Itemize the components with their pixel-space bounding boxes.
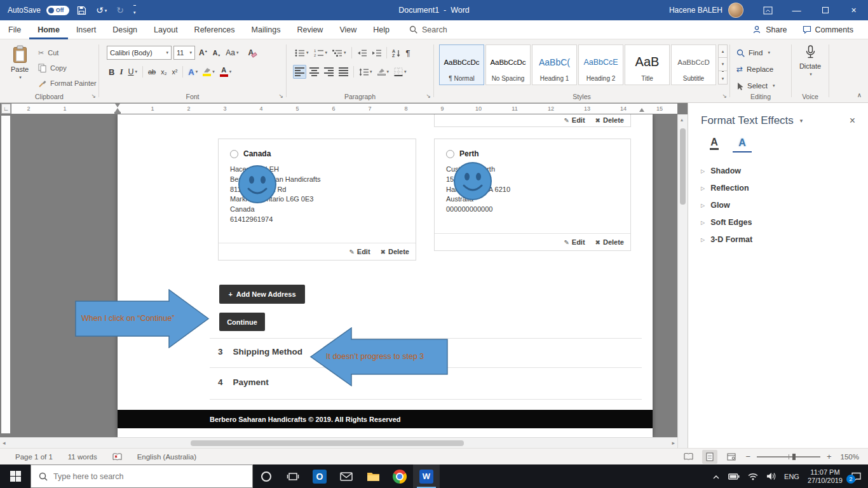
styles-scroll-down-button[interactable]: ▾	[718, 58, 728, 71]
vertical-ruler[interactable]	[1, 116, 10, 433]
paragraph-dialog-launcher[interactable]: ↘	[426, 93, 431, 99]
speaker-icon[interactable]	[766, 472, 776, 480]
tab-mailings[interactable]: Mailings	[243, 20, 289, 39]
tab-selector-button[interactable]: ∟	[1, 104, 11, 114]
share-button[interactable]: Share	[746, 20, 794, 39]
smiley-sticker[interactable]	[238, 165, 277, 204]
superscript-button[interactable]: x²	[170, 65, 180, 79]
underline-button[interactable]: U▾	[126, 65, 139, 79]
taskbar-app-chrome[interactable]	[386, 464, 413, 488]
battery-icon[interactable]	[728, 471, 740, 482]
taskbar-search[interactable]	[31, 464, 253, 488]
replace-button[interactable]: ⇄ Replace	[736, 62, 773, 76]
edit-link[interactable]: ✎Edit	[564, 238, 585, 246]
web-layout-button[interactable]	[724, 450, 739, 464]
delete-link[interactable]: ✖Delete	[381, 248, 409, 255]
italic-button[interactable]: I	[118, 65, 125, 79]
callout-arrow-step3[interactable]: It doesn’t progress to step 3	[309, 327, 448, 386]
right-indent-marker[interactable]	[639, 108, 644, 112]
style-normal[interactable]: AaBbCcDc¶ Normal	[439, 44, 484, 85]
comments-button[interactable]: Comments	[796, 20, 860, 39]
tab-file[interactable]: File	[0, 20, 29, 39]
styles-dialog-launcher[interactable]: ↘	[722, 93, 727, 99]
tab-help[interactable]: Help	[365, 20, 398, 39]
text-fill-outline-tab[interactable]: A	[705, 135, 724, 152]
left-indent-marker[interactable]	[114, 112, 121, 114]
tab-references[interactable]: References	[186, 20, 243, 39]
font-dialog-launcher[interactable]: ↘	[278, 93, 283, 99]
taskbar-app-word[interactable]: W	[413, 464, 440, 488]
avatar[interactable]	[728, 3, 743, 18]
tray-expand-icon[interactable]	[712, 473, 720, 480]
proofing-status[interactable]	[112, 453, 122, 461]
delete-link[interactable]: ✖Delete	[595, 116, 624, 124]
close-button[interactable]: ×	[839, 0, 868, 20]
bullets-button[interactable]: ▾	[293, 46, 311, 60]
justify-button[interactable]	[337, 65, 350, 79]
grow-font-button[interactable]: A▴	[197, 46, 209, 60]
select-button[interactable]: Select ▾	[736, 79, 775, 93]
delete-link[interactable]: ✖Delete	[595, 238, 624, 246]
taskbar-search-input[interactable]	[53, 472, 231, 481]
decrease-indent-button[interactable]	[355, 46, 369, 60]
radio-canada[interactable]	[230, 150, 238, 158]
edit-link[interactable]: ✎Edit	[564, 116, 585, 124]
style-no-spacing[interactable]: AaBbCcDcNo Spacing	[485, 44, 531, 85]
clear-formatting-button[interactable]: A	[247, 46, 259, 60]
dictate-button[interactable]: Dictate ▾	[796, 45, 825, 77]
ribbon-search[interactable]: Search	[409, 25, 447, 34]
ribbon-display-options-button[interactable]	[754, 0, 782, 20]
shrink-font-button[interactable]: A▾	[211, 46, 222, 60]
vertical-scrollbar[interactable]: ▴	[677, 114, 688, 448]
section-shadow[interactable]: ▷Shadow	[701, 163, 855, 179]
styles-more-button[interactable]: ▾	[718, 71, 728, 85]
cortana-button[interactable]	[253, 464, 280, 488]
zoom-out-button[interactable]: −	[745, 452, 750, 461]
document-page[interactable]: ✎Edit ✖Delete Canada Hacene BALEH Berber…	[118, 114, 653, 437]
highlight-color-button[interactable]: ▾	[201, 65, 217, 79]
styles-scroll-up-button[interactable]: ▴	[718, 44, 728, 58]
copy-button[interactable]: Copy	[38, 61, 67, 75]
edit-link[interactable]: ✎Edit	[349, 248, 370, 255]
first-line-indent-marker[interactable]	[115, 104, 120, 107]
radio-perth[interactable]	[446, 150, 454, 158]
clipboard-dialog-launcher[interactable]: ↘	[91, 93, 96, 99]
text-effects-tab[interactable]: A	[733, 135, 752, 152]
redo-button[interactable]: ↻	[114, 3, 126, 18]
continue-button[interactable]: Continue	[219, 313, 265, 331]
wifi-icon[interactable]	[748, 472, 758, 480]
customize-quick-access-button[interactable]: ▾	[132, 3, 138, 18]
font-name-combo[interactable]: Calibri (Body)▾	[107, 46, 172, 60]
close-pane-button[interactable]: ×	[850, 115, 855, 126]
tab-design[interactable]: Design	[104, 20, 146, 39]
align-left-button[interactable]	[293, 65, 306, 79]
tab-review[interactable]: Review	[288, 20, 331, 39]
minimize-button[interactable]: —	[782, 0, 811, 20]
font-color-button[interactable]: A ▾	[218, 65, 234, 79]
line-spacing-button[interactable]: ▾	[357, 65, 374, 79]
section-3d-format[interactable]: ▷3-D Format	[701, 231, 855, 248]
zoom-level[interactable]: 150%	[841, 453, 859, 461]
page-indicator[interactable]: Page 1 of 1	[15, 453, 53, 461]
show-formatting-marks-button[interactable]: ¶	[404, 46, 412, 60]
taskbar-app-outlook[interactable]: O	[306, 464, 333, 488]
align-center-button[interactable]	[308, 65, 321, 79]
zoom-slider-thumb[interactable]	[792, 454, 796, 460]
shading-button[interactable]: ▾	[376, 65, 391, 79]
scrollbar-thumb[interactable]	[680, 128, 686, 205]
section-soft-edges[interactable]: ▷Soft Edges	[701, 214, 855, 231]
strikethrough-button[interactable]: ab	[146, 65, 158, 79]
print-layout-button[interactable]	[702, 450, 717, 464]
style-subtitle[interactable]: AaBbCcDSubtitle	[671, 44, 716, 85]
taskbar-app-mail[interactable]	[333, 464, 360, 488]
word-count[interactable]: 11 words	[68, 453, 97, 461]
change-case-button[interactable]: Aa▾	[224, 46, 240, 60]
add-new-address-button[interactable]: + Add New Address	[219, 285, 305, 304]
subscript-button[interactable]: x₂	[159, 65, 168, 79]
style-heading-1[interactable]: AaBbC(Heading 1	[532, 44, 577, 85]
smiley-sticker[interactable]	[453, 161, 492, 201]
language-abbr[interactable]: ENG	[784, 473, 799, 480]
taskbar-clock[interactable]: 11:07 PM 27/10/2019	[808, 468, 843, 485]
tab-insert[interactable]: Insert	[68, 20, 104, 39]
save-button[interactable]	[75, 3, 88, 18]
